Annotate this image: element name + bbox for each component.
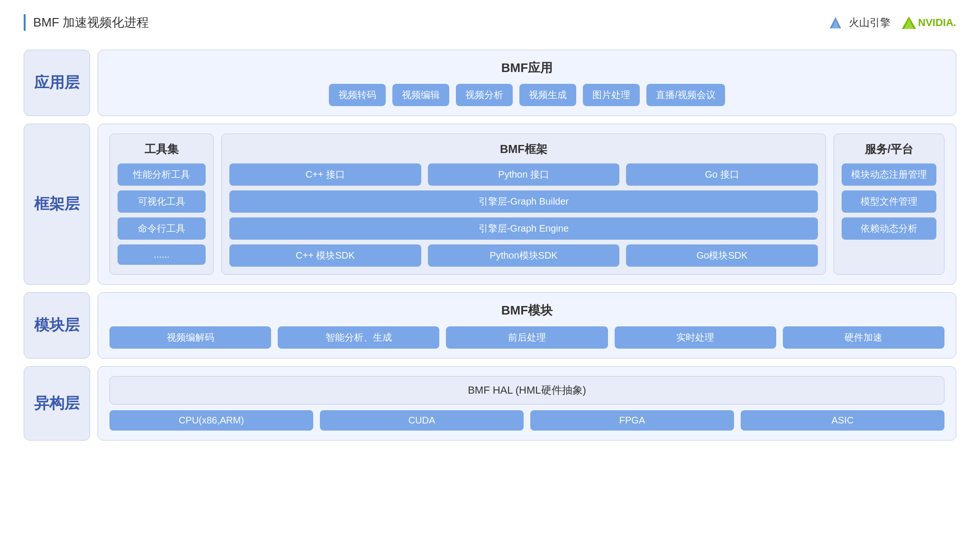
toolset-title: 工具集 [118,142,206,157]
toolset-box: 工具集 性能分析工具 可视化工具 命令行工具 ...... [109,134,214,275]
chip-go-sdk: Go模块SDK [626,244,818,267]
chip-more: ...... [118,244,206,265]
chip-cuda: CUDA [320,410,524,431]
module-layer-content: BMF模块 视频编解码 智能分析、生成 前后处理 实时处理 硬件加速 [98,292,956,359]
framework-inner: 工具集 性能分析工具 可视化工具 命令行工具 ...... BMF框架 C++ … [109,134,944,275]
chip-live-video: 直播/视频会议 [646,84,725,106]
chip-video-transcode: 视频转码 [329,84,386,106]
chip-go-interface: Go 接口 [626,163,818,186]
hal-section: BMF HAL (HML硬件抽象) [109,376,944,405]
application-layer-label: 应用层 [24,50,90,116]
chip-cpu: CPU(x86,ARM) [109,410,313,431]
service-box: 服务/平台 模块动态注册管理 模型文件管理 依赖动态分析 [834,134,944,275]
service-title: 服务/平台 [842,142,936,157]
heterogeneous-layer-label: 异构层 [24,366,90,441]
chip-python-interface: Python 接口 [428,163,620,186]
application-layer-row: 应用层 BMF应用 视频转码 视频编辑 视频分析 视频生成 图片处理 直播/视频… [24,50,956,116]
logos: 火山引擎 NVIDIA. [828,16,956,30]
nvidia-icon [902,17,916,29]
bmf-interface-row: C++ 接口 Python 接口 Go 接口 [229,163,818,186]
module-section-title: BMF模块 [109,302,944,319]
application-section-title: BMF应用 [109,60,944,76]
chip-video-codec: 视频编解码 [109,326,271,349]
bmf-framework-box: BMF框架 C++ 接口 Python 接口 Go 接口 引擎层-Graph B… [221,134,826,275]
chip-graph-builder: 引擎层-Graph Builder [229,190,818,213]
chip-video-generation: 视频生成 [519,84,576,106]
chip-asic: ASIC [741,410,944,431]
chip-pre-post: 前后处理 [446,326,608,349]
chip-cmd-tool: 命令行工具 [118,217,206,240]
module-layer-label: 模块层 [24,292,90,359]
chip-python-sdk: Python模块SDK [428,244,620,267]
framework-layer-label: 框架层 [24,124,90,285]
module-chips: 视频编解码 智能分析、生成 前后处理 实时处理 硬件加速 [109,326,944,349]
nvidia-logo: NVIDIA. [902,17,956,29]
chip-module-registry: 模块动态注册管理 [842,163,936,186]
chip-video-edit: 视频编辑 [392,84,449,106]
bmf-sdk-row: C++ 模块SDK Python模块SDK Go模块SDK [229,244,818,267]
chip-video-analysis: 视频分析 [456,84,513,106]
module-layer-row: 模块层 BMF模块 视频编解码 智能分析、生成 前后处理 实时处理 硬件加速 [24,292,956,359]
chip-perf-analysis: 性能分析工具 [118,163,206,186]
chip-dep-analysis: 依赖动态分析 [842,217,936,240]
page-title: BMF 加速视频化进程 [33,14,149,31]
huoshan-icon [828,16,843,29]
chip-graph-engine: 引擎层-Graph Engine [229,217,818,240]
heterogeneous-chips: CPU(x86,ARM) CUDA FPGA ASIC [109,410,944,431]
heterogeneous-layer-content: BMF HAL (HML硬件抽象) CPU(x86,ARM) CUDA FPGA… [98,366,956,441]
chip-hw-accel: 硬件加速 [783,326,944,349]
huoshan-logo: 火山引擎 [828,16,890,30]
bmf-framework-title: BMF框架 [229,142,818,157]
heterogeneous-layer-row: 异构层 BMF HAL (HML硬件抽象) CPU(x86,ARM) CUDA … [24,366,956,441]
chip-realtime: 实时处理 [615,326,776,349]
arch-container: 应用层 BMF应用 视频转码 视频编辑 视频分析 视频生成 图片处理 直播/视频… [24,50,956,441]
application-chips: 视频转码 视频编辑 视频分析 视频生成 图片处理 直播/视频会议 [109,84,944,106]
chip-image-processing: 图片处理 [583,84,640,106]
chip-cpp-sdk: C++ 模块SDK [229,244,421,267]
chip-fpga: FPGA [530,410,734,431]
chip-model-file: 模型文件管理 [842,190,936,213]
chip-cpp-interface: C++ 接口 [229,163,421,186]
header: BMF 加速视频化进程 火山引擎 NVIDIA. [24,14,956,31]
framework-layer-content: 工具集 性能分析工具 可视化工具 命令行工具 ...... BMF框架 C++ … [98,124,956,285]
application-layer-content: BMF应用 视频转码 视频编辑 视频分析 视频生成 图片处理 直播/视频会议 [98,50,956,116]
chip-ai-analysis: 智能分析、生成 [278,326,439,349]
chip-visualization: 可视化工具 [118,190,206,213]
framework-layer-row: 框架层 工具集 性能分析工具 可视化工具 命令行工具 ...... BMF框架 … [24,124,956,285]
